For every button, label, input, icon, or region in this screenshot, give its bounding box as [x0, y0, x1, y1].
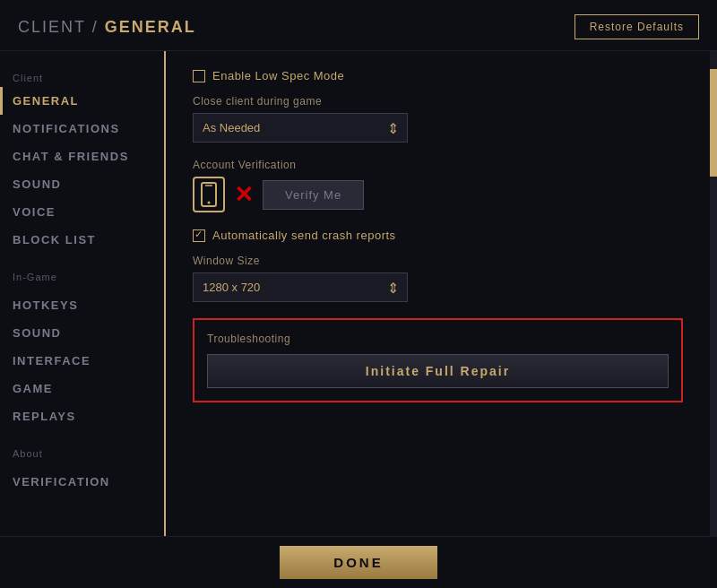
sidebar-item-block-list[interactable]: BLOCK LIST	[0, 226, 164, 254]
client-section-label: Client	[0, 65, 164, 87]
sidebar-item-sound[interactable]: SOUND	[0, 170, 164, 198]
title-main: GENERAL	[105, 18, 196, 36]
low-spec-section: Enable Low Spec Mode	[193, 69, 683, 82]
troubleshooting-box: Troubleshooting Initiate Full Repair	[193, 318, 683, 402]
svg-point-1	[208, 202, 211, 204]
about-section-label: About	[0, 441, 164, 463]
close-client-select[interactable]: As Needed Never Always	[193, 113, 408, 143]
ingame-section-label: In-Game	[0, 264, 164, 286]
troubleshooting-label: Troubleshooting	[207, 333, 669, 345]
window-size-select-wrapper: 1280 x 720 1600 x 900 1920 x 1080 ⇕	[193, 272, 408, 302]
low-spec-label[interactable]: Enable Low Spec Mode	[212, 69, 344, 82]
sidebar: Client GENERAL NOTIFICATIONS CHAT & FRIE…	[0, 51, 166, 536]
sidebar-item-notifications[interactable]: NOTIFICATIONS	[0, 115, 164, 143]
account-verification-section: Account Verification ✕ Verify Me	[193, 159, 683, 212]
title-prefix: CLIENT /	[18, 18, 105, 36]
sidebar-item-replays[interactable]: REPLAYS	[0, 402, 164, 430]
account-verification-row: ✕ Verify Me	[193, 177, 683, 212]
sidebar-item-general[interactable]: GENERAL	[0, 87, 164, 115]
verify-me-button[interactable]: Verify Me	[263, 180, 364, 210]
crash-reports-checkbox[interactable]	[193, 229, 205, 242]
scrollbar-track[interactable]	[710, 51, 717, 536]
app-container: CLIENT / GENERAL Restore Defaults Client…	[0, 0, 717, 588]
low-spec-checkbox[interactable]	[193, 70, 205, 82]
window-size-label: Window Size	[193, 255, 683, 267]
phone-icon	[193, 177, 225, 212]
sidebar-item-hotkeys[interactable]: HOTKEYS	[0, 291, 164, 319]
close-client-label: Close client during game	[193, 95, 683, 108]
close-client-select-wrapper: As Needed Never Always ⇕	[193, 113, 408, 143]
x-error-icon: ✕	[234, 181, 254, 209]
restore-defaults-button[interactable]: Restore Defaults	[574, 14, 699, 39]
done-button[interactable]: DONE	[280, 546, 436, 579]
sidebar-item-chat-friends[interactable]: CHAT & FRIENDS	[0, 143, 164, 170]
page-title: CLIENT / GENERAL	[18, 18, 196, 37]
sidebar-item-interface[interactable]: INTERFACE	[0, 347, 164, 375]
initiate-full-repair-button[interactable]: Initiate Full Repair	[207, 354, 669, 388]
scrollbar-thumb[interactable]	[710, 69, 717, 177]
content-area: Enable Low Spec Mode Close client during…	[166, 51, 710, 536]
window-size-select[interactable]: 1280 x 720 1600 x 900 1920 x 1080	[193, 272, 408, 302]
window-size-section: Window Size 1280 x 720 1600 x 900 1920 x…	[193, 255, 683, 302]
footer: DONE	[0, 536, 717, 588]
account-verification-label: Account Verification	[193, 159, 683, 171]
sidebar-item-game[interactable]: GAME	[0, 375, 164, 402]
crash-reports-section: Automatically send crash reports	[193, 229, 683, 242]
sidebar-item-verification[interactable]: VERIFICATION	[0, 468, 164, 496]
close-client-section: Close client during game As Needed Never…	[193, 95, 683, 143]
sidebar-item-voice[interactable]: VOICE	[0, 198, 164, 226]
sidebar-item-sound-ingame[interactable]: SOUND	[0, 319, 164, 347]
main-layout: Client GENERAL NOTIFICATIONS CHAT & FRIE…	[0, 51, 717, 536]
crash-reports-label[interactable]: Automatically send crash reports	[212, 229, 396, 242]
header: CLIENT / GENERAL Restore Defaults	[0, 0, 717, 51]
